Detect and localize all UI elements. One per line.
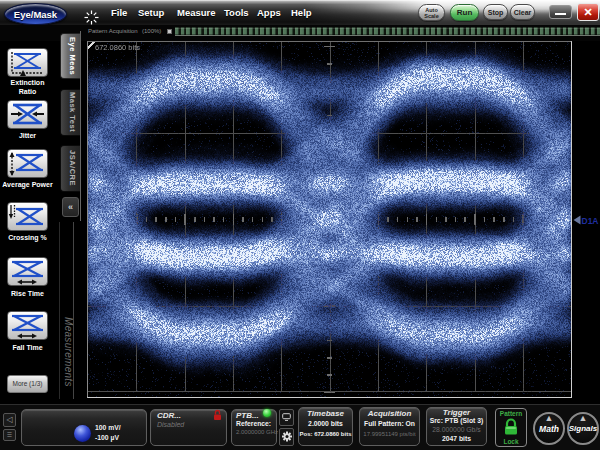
svg-text:D1A: D1A xyxy=(582,216,599,226)
